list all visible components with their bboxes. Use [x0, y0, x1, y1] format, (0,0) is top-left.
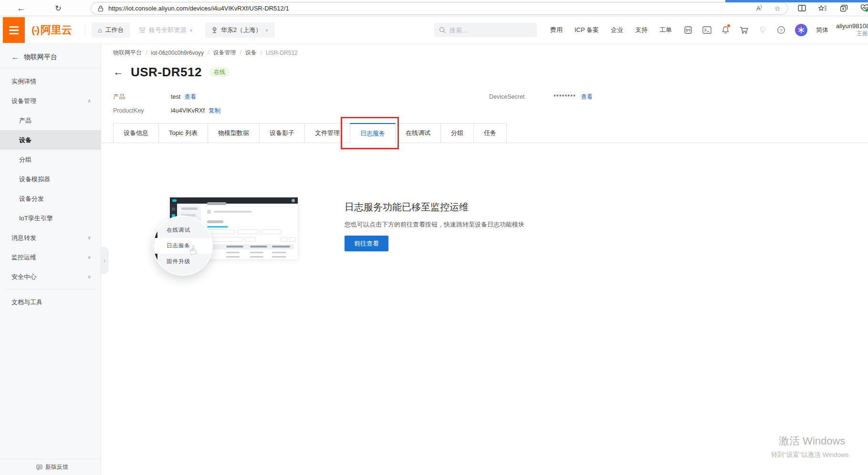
breadcrumb-item[interactable]: 设备	[236, 49, 256, 57]
region-selector[interactable]: 华东2（上海） ∨	[205, 22, 275, 38]
go-view-button[interactable]: 前往查看	[345, 236, 388, 251]
sidebar-item[interactable]: 监控运维	[0, 248, 101, 267]
product-value: test	[171, 93, 180, 100]
address-bar[interactable]: https://iot.console.aliyun.com/devices/i…	[91, 2, 788, 15]
sidebar-item[interactable]: 消息转发	[0, 228, 101, 248]
top-nav-right: 费用ICP 备案企业支持工单 P ?	[434, 16, 868, 44]
device-tabs: 设备信息 Topic 列表 物模型数据 设备影子	[113, 123, 507, 143]
windows-activation-watermark: 激活 Windows 转到"设置"以激活 Windows	[771, 434, 849, 459]
tab[interactable]: 在线调试	[395, 123, 441, 143]
collapse-chevron-icon: ‹	[104, 257, 106, 264]
sidebar-collapse-handle[interactable]: ‹	[101, 247, 108, 274]
chevron-down-icon: ∨	[189, 28, 193, 32]
account-type: 主账	[836, 30, 868, 38]
browser-essentials-icon[interactable]	[859, 2, 868, 14]
favorite-star-icon[interactable]: ☆	[774, 4, 781, 13]
feedback-icon	[36, 465, 42, 470]
global-search[interactable]	[434, 23, 537, 37]
bar	[250, 256, 263, 258]
resources-icon	[139, 27, 146, 33]
productkey-copy-link[interactable]: 复制	[209, 107, 220, 115]
status-badge: 在线	[209, 67, 230, 77]
sidebar-item[interactable]: 文档与工具	[0, 292, 101, 312]
bar	[261, 229, 282, 234]
productkey-value: i4u4VIKvRXf	[171, 107, 205, 114]
feedback-button[interactable]: 新版反馈	[0, 459, 101, 475]
sidebar-item[interactable]: 设备模拟器	[0, 169, 101, 189]
collections-icon[interactable]	[838, 2, 849, 14]
read-aloud-icon[interactable]: A)	[756, 5, 762, 12]
tab[interactable]: 物模型数据	[208, 123, 260, 143]
notification-bell-icon[interactable]	[721, 25, 730, 35]
sidebar-item[interactable]: 安全中心	[0, 267, 101, 287]
sidebar-back-button[interactable]: ← 物联网平台	[0, 51, 57, 64]
language-toggle[interactable]: 简体	[816, 26, 828, 34]
bar	[250, 252, 263, 253]
terminal-icon[interactable]	[702, 25, 711, 35]
tab[interactable]: 设备影子	[259, 123, 305, 143]
sidebar-item[interactable]: 设备管理	[0, 91, 101, 111]
breadcrumb-item[interactable]: 设备管理	[204, 49, 236, 57]
bar	[237, 229, 258, 234]
nav-link[interactable]: ICP 备案	[575, 26, 599, 34]
api-icon[interactable]: P	[683, 25, 693, 35]
split-screen-icon[interactable]	[796, 2, 807, 14]
sidebar-item[interactable]: IoT孪生引擎	[0, 208, 101, 228]
sidebar-item[interactable]: 产品	[0, 111, 101, 130]
sidebar-item[interactable]: 设备分发	[0, 189, 101, 208]
tab[interactable]: 文件管理	[304, 123, 350, 143]
account-name: aliyun98108..	[836, 22, 868, 30]
magnifier-menu-item: 日志服务	[154, 238, 212, 254]
tab[interactable]: 任务	[473, 123, 507, 143]
sidebar-item[interactable]: 设备	[0, 130, 101, 150]
cart-icon[interactable]	[739, 25, 749, 35]
account-menu[interactable]: aliyun98108.. 主账	[836, 22, 868, 38]
help-icon[interactable]: ?	[776, 25, 786, 35]
aliyun-logo[interactable]: (-) 阿里云	[31, 16, 72, 44]
magnifier-circle: 在线调试日志服务固件升级 ☝	[153, 216, 213, 276]
breadcrumb-item[interactable]: iot-06z00c0h9r6voyy	[142, 50, 204, 56]
devicesecret-view-link[interactable]: 查看	[581, 93, 593, 101]
watermark-line2: 转到"设置"以激活 Windows	[771, 451, 849, 459]
bar	[272, 252, 286, 253]
main-content: 物联网平台iot-06z00c0h9r6voyy设备管理设备USR-DR512 …	[101, 44, 868, 475]
breadcrumb-item[interactable]: 物联网平台	[113, 49, 142, 57]
browser-refresh-button[interactable]: ↻	[52, 1, 65, 15]
devicesecret-label: DeviceSecret	[489, 93, 554, 100]
bar	[281, 237, 287, 242]
bar	[207, 202, 226, 205]
tab[interactable]: 日志服务	[350, 123, 396, 143]
top-nav-links: 费用ICP 备案企业支持工单	[550, 26, 672, 34]
product-info-row: 产品 test 查看	[113, 93, 196, 101]
nav-link[interactable]: 费用	[550, 26, 563, 34]
nav-link[interactable]: 支持	[635, 26, 648, 34]
browser-back-button[interactable]: ←	[14, 1, 28, 15]
back-arrow-icon: ←	[11, 53, 19, 62]
tab[interactable]: Topic 列表	[158, 123, 208, 143]
breadcrumb: 物联网平台iot-06z00c0h9r6voyy设备管理设备USR-DR512	[113, 49, 298, 57]
product-view-link[interactable]: 查看	[184, 93, 196, 101]
productkey-info-row: ProductKey i4u4VIKvRXf 复制	[113, 106, 220, 115]
moved-notice: 日志服务功能已移至监控运维 您也可以点击下方的前往查看按钮，快速跳转至设备日志功…	[345, 201, 524, 229]
account-resources-dropdown[interactable]: 账号全部资源 ∨	[139, 22, 193, 38]
bar	[207, 226, 228, 227]
workbench-button[interactable]: ⌂ 工作台	[92, 22, 130, 38]
nav-link[interactable]: 企业	[611, 26, 623, 34]
bar	[226, 252, 240, 253]
sidebar-item[interactable]: 实例详情	[0, 72, 101, 91]
sidebar-item[interactable]: 分组	[0, 150, 101, 169]
hamburger-menu-button[interactable]	[3, 17, 25, 43]
breadcrumb-item[interactable]: USR-DR512	[257, 50, 298, 56]
search-input[interactable]	[450, 27, 526, 34]
devicesecret-info-row: DeviceSecret ******** 查看	[489, 93, 593, 101]
nav-link[interactable]: 工单	[659, 26, 672, 34]
tab[interactable]: 设备信息	[113, 123, 159, 143]
screen: ← ↻ https://iot.console.aliyun.com/devic…	[0, 0, 868, 475]
tab[interactable]: 分组	[440, 123, 474, 143]
lightbulb-icon[interactable]	[758, 25, 767, 35]
mini-avatar	[292, 199, 295, 202]
page-back-button[interactable]: ←	[113, 66, 124, 78]
app-avatar-icon[interactable]	[795, 24, 807, 36]
lock-icon	[98, 5, 104, 12]
favorites-bar-icon[interactable]	[817, 2, 828, 14]
